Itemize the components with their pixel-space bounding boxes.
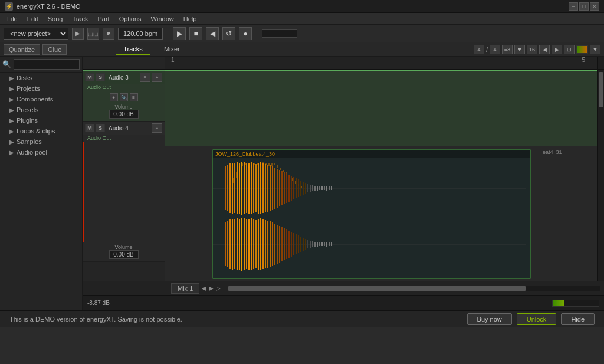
transport-record[interactable]: ● — [239, 27, 252, 40]
hscroll-thumb[interactable] — [228, 286, 526, 291]
svg-rect-20 — [270, 165, 271, 211]
vscroll-thumb[interactable] — [599, 72, 603, 107]
bpm-display[interactable]: 120.00 bpm — [118, 28, 163, 40]
audiopool-icon: ▶ — [9, 149, 14, 156]
tab-mixer[interactable]: Mixer — [157, 44, 187, 55]
transport-play[interactable]: ▶ — [173, 27, 186, 40]
svg-rect-56 — [244, 218, 245, 270]
svg-rect-72 — [281, 227, 283, 261]
svg-rect-63 — [260, 218, 261, 270]
color-down-btn[interactable]: ▼ — [590, 45, 600, 54]
time-sig-slash: / — [486, 46, 488, 53]
menu-options[interactable]: Options — [114, 14, 146, 24]
presets-icon: ▶ — [9, 107, 14, 113]
svg-rect-88 — [319, 242, 320, 246]
sidebar-item-samples[interactable]: ▶ Samples — [0, 136, 82, 147]
plugins-icon: ▶ — [9, 117, 14, 124]
track3-btn3[interactable]: ≡ — [130, 93, 138, 101]
svg-rect-8 — [241, 162, 242, 215]
waveform-svg-bottom — [213, 217, 526, 273]
menu-help[interactable]: Help — [179, 14, 202, 24]
sidebar-item-components[interactable]: ▶ Components — [0, 94, 82, 104]
horizontal-scrollbar[interactable] — [228, 286, 600, 291]
track4-vol-value[interactable]: 0.00 dB — [109, 250, 139, 259]
secondary-toolbar: Quantize Glue Tracks Mixer 4 / 4 =3 ▼ 16… — [0, 42, 604, 57]
vertical-scrollbar[interactable] — [597, 70, 604, 281]
track4-solo-btn[interactable]: S — [96, 124, 105, 132]
sidebar-item-presets[interactable]: ▶ Presets — [0, 104, 82, 115]
svg-rect-2 — [227, 165, 228, 211]
sidebar-item-loops[interactable]: ▶ Loops & clips — [0, 126, 82, 136]
tracks-wrapper: M S Audio 3 ≡ + Audio Out + 📎 ≡ Volume — [83, 70, 604, 281]
svg-rect-68 — [272, 222, 273, 266]
menu-song[interactable]: Song — [43, 14, 68, 24]
sidebar-item-projects[interactable]: ▶ Projects — [0, 83, 82, 94]
track3-vol-value[interactable]: 0.00 dB — [109, 110, 139, 119]
track3-expand-btn[interactable]: + — [152, 73, 162, 82]
buy-now-button[interactable]: Buy now — [467, 313, 512, 325]
svg-rect-7 — [239, 163, 240, 214]
subdiv-btn[interactable]: 16 — [527, 45, 537, 54]
svg-rect-45 — [329, 186, 330, 190]
menu-edit[interactable]: Edit — [22, 14, 43, 24]
mix-add-btn[interactable]: ▷ — [216, 285, 221, 291]
close-button[interactable]: × — [590, 2, 599, 11]
transport-rewind[interactable]: ◀ — [206, 27, 219, 40]
title-bar-left: ⚡ energyXT 2.6 - DEMO — [5, 2, 81, 11]
track3-btn2[interactable]: 📎 — [120, 93, 128, 101]
hide-button[interactable]: Hide — [561, 313, 595, 325]
nav-left-btn[interactable]: ◀ — [539, 45, 550, 54]
svg-rect-28 — [288, 175, 290, 202]
svg-rect-73 — [284, 228, 285, 260]
minimize-button[interactable]: − — [569, 2, 578, 11]
nav-right-btn[interactable]: ▶ — [552, 45, 562, 54]
track3-mute-btn[interactable]: M — [85, 73, 94, 81]
track3-name: Audio 3 — [106, 74, 139, 81]
svg-rect-13 — [253, 163, 254, 213]
svg-rect-74 — [286, 229, 287, 259]
restore-button[interactable]: □ — [579, 2, 589, 11]
sidebar-item-audiopool[interactable]: ▶ Audio pool — [0, 147, 82, 158]
track3-vol-label: Volume — [114, 104, 132, 110]
beat-down-btn[interactable]: ▼ — [514, 45, 525, 54]
unlock-button[interactable]: Unlock — [517, 313, 557, 325]
glue-button[interactable]: Glue — [42, 44, 67, 55]
toolbar-play-btn[interactable]: ▶ — [72, 28, 84, 40]
sidebar-item-plugins[interactable]: ▶ Plugins — [0, 115, 82, 126]
transport-stop[interactable]: ■ — [189, 27, 202, 40]
waveform-clip1[interactable]: JOW_126_Clubbeat4_30 — [212, 149, 531, 279]
svg-rect-46 — [331, 186, 332, 190]
toolbar-record-btn[interactable]: ⏺ — [103, 28, 114, 40]
menu-track[interactable]: Track — [67, 14, 93, 24]
mix-prev-btn[interactable]: ◀ — [202, 285, 206, 291]
svg-rect-4 — [232, 163, 233, 214]
zoom-fit-btn[interactable]: ⊡ — [564, 45, 575, 54]
beat-3-btn[interactable]: =3 — [502, 45, 513, 54]
time-sig-4-btn2[interactable]: 4 — [490, 45, 500, 54]
track-canvas[interactable]: JOW_126_Clubbeat4_30 — [165, 70, 604, 281]
timeline-marker-1: 1 — [171, 57, 175, 63]
time-sig-4-btn[interactable]: 4 — [474, 45, 484, 54]
tab-tracks[interactable]: Tracks — [116, 44, 150, 55]
svg-rect-81 — [303, 238, 304, 251]
track3-solo-btn[interactable]: S — [96, 73, 105, 81]
track3-menu-btn[interactable]: ≡ — [140, 73, 150, 82]
toolbar-loop-btn[interactable]: ⬚⬚ — [87, 28, 99, 40]
sidebar-item-disks[interactable]: ▶ Disks — [0, 73, 82, 83]
menu-window[interactable]: Window — [146, 14, 179, 24]
track4-controls: Volume 0.00 dB — [83, 242, 165, 261]
disks-icon: ▶ — [9, 75, 14, 81]
quantize-button[interactable]: Quantize — [4, 44, 40, 55]
mix-next-btn[interactable]: ▶ — [209, 285, 214, 291]
mix-tab1[interactable]: Mix 1 — [171, 283, 199, 294]
master-volume-slider[interactable] — [262, 29, 297, 38]
transport-loop[interactable]: ↺ — [222, 27, 235, 40]
window-controls[interactable]: − □ × — [569, 2, 599, 11]
track4-menu-btn[interactable]: ≡ — [152, 123, 162, 133]
menu-file[interactable]: File — [2, 14, 22, 24]
search-input[interactable] — [14, 59, 80, 70]
track3-btn1[interactable]: + — [110, 93, 118, 101]
track4-mute-btn[interactable]: M — [85, 124, 94, 132]
menu-part[interactable]: Part — [93, 14, 114, 24]
project-selector[interactable]: <new project> — [4, 28, 68, 40]
